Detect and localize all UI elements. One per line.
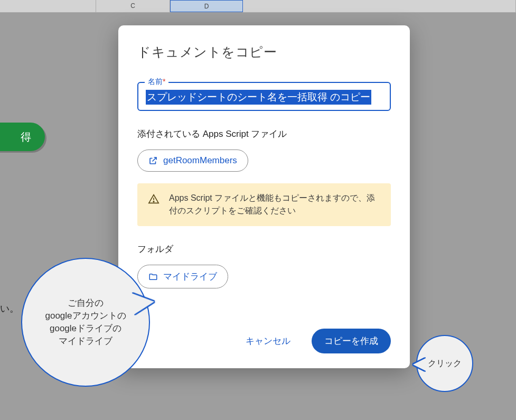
folder-name: マイドライブ (163, 270, 217, 283)
name-label: 名前* (145, 77, 168, 87)
column-header-c[interactable]: C (96, 0, 170, 12)
name-inputfield[interactable]: 名前* スプレッドシートのシート名を一括取得 のコピー (137, 82, 391, 111)
column-headers: C D (0, 0, 516, 13)
apps-script-section-label: 添付されている Apps Script ファイル (137, 128, 391, 140)
script-file-name: getRoomMembers (163, 155, 237, 166)
script-file-chip[interactable]: getRoomMembers (137, 150, 248, 172)
folder-section-label: フォルダ (137, 243, 391, 255)
column-header-rest (243, 0, 516, 12)
required-asterisk: * (163, 77, 165, 86)
dialog-actions: キャンセル コピーを作成 (137, 329, 391, 353)
folder-chip[interactable]: マイドライブ (137, 265, 228, 288)
bg-action-button: 得 (0, 123, 45, 151)
dialog-title: ドキュメントをコピー (137, 43, 391, 61)
warning-icon (148, 192, 160, 207)
bg-trailing-text: い。 (0, 302, 19, 315)
copy-document-dialog: ドキュメントをコピー 名前* スプレッドシートのシート名を一括取得 のコピー 添… (118, 25, 410, 368)
make-copy-button[interactable]: コピーを作成 (312, 329, 391, 353)
folder-icon (148, 272, 158, 282)
name-input-value[interactable]: スプレッドシートのシート名を一括取得 のコピー (146, 90, 371, 105)
cancel-button[interactable]: キャンセル (240, 331, 296, 351)
warning-banner: Apps Script ファイルと機能もコピーされますので、添付のスクリプトをご… (137, 183, 391, 227)
column-header-d[interactable]: D (170, 0, 243, 12)
name-label-text: 名前 (148, 77, 163, 86)
warning-text: Apps Script ファイルと機能もコピーされますので、添付のスクリプトをご… (169, 192, 380, 218)
column-header-b-partial[interactable] (0, 0, 96, 12)
open-in-new-icon (148, 156, 158, 165)
svg-point-1 (153, 201, 154, 202)
